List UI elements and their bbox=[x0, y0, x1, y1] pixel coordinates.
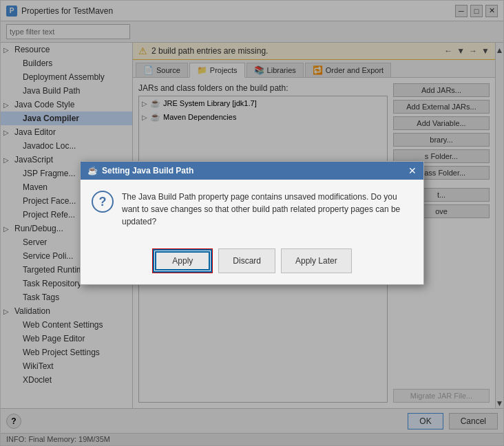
dialog-title-bar: ☕ Setting Java Build Path ✕ bbox=[81, 162, 423, 180]
dialog-buttons-area: Apply Discard Apply Later bbox=[81, 243, 423, 284]
discard-button[interactable]: Discard bbox=[218, 248, 275, 273]
dialog-question-icon: ? bbox=[92, 191, 114, 213]
dialog-message-text: The Java Build Path property page contai… bbox=[122, 191, 412, 228]
dialog-title-icon: ☕ bbox=[87, 166, 98, 176]
apply-later-button[interactable]: Apply Later bbox=[281, 248, 352, 273]
apply-button[interactable]: Apply bbox=[155, 251, 210, 270]
dialog: ☕ Setting Java Build Path ✕ ? The Java B… bbox=[80, 161, 424, 285]
modal-overlay: ☕ Setting Java Build Path ✕ ? The Java B… bbox=[1, 1, 503, 445]
apply-button-wrapper: Apply bbox=[152, 248, 213, 273]
dialog-body: ? The Java Build Path property page cont… bbox=[81, 180, 423, 243]
dialog-title-left: ☕ Setting Java Build Path bbox=[87, 166, 193, 176]
main-window: P Properties for TestMaven ─ □ ✕ ▷ Resou… bbox=[0, 0, 504, 446]
dialog-title-text: Setting Java Build Path bbox=[102, 166, 193, 176]
dialog-close-button[interactable]: ✕ bbox=[408, 166, 417, 176]
